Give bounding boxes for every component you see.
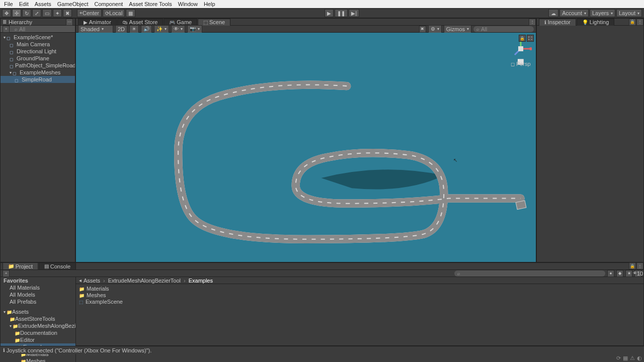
center-panel: ▶ Animator 🛍 Asset Store 🎮 Game ⬚ Scene … xyxy=(75,18,536,262)
projection-label[interactable]: ◻ Persp xyxy=(510,61,532,67)
menu-file[interactable]: File xyxy=(2,1,15,7)
gizmos-dropdown[interactable]: Gizmos xyxy=(444,25,471,33)
hierarchy-search-input[interactable]: All xyxy=(12,26,73,32)
hierarchy-item-examplemeshes[interactable]: ExampleMeshes xyxy=(1,69,75,76)
scene-lock-button[interactable]: 🔒 xyxy=(519,35,526,42)
scene-grid-button[interactable]: ✖ xyxy=(419,26,426,33)
svg-rect-4 xyxy=(518,46,523,51)
project-lock-button[interactable]: 🔒 xyxy=(629,262,636,269)
menu-window[interactable]: Window xyxy=(176,1,200,7)
menu-gameobject[interactable]: GameObject xyxy=(55,1,91,7)
scene-audio-toggle[interactable]: 🔊 xyxy=(141,25,152,33)
hidden-count-button[interactable]: 👁10 xyxy=(634,270,641,277)
crumb-examples[interactable]: Examples xyxy=(189,278,213,284)
filter-fav-button[interactable]: ★ xyxy=(625,270,632,277)
move-tool-button[interactable]: ✢ xyxy=(12,9,21,17)
inspector-lock-button[interactable]: 🔒 xyxy=(629,19,636,26)
hierarchy-add-button[interactable]: + xyxy=(3,26,10,33)
crumb-tool[interactable]: ExtrudeMeshAlongBezierTool xyxy=(108,278,181,284)
hierarchy-tree[interactable]: ExampleScene* Main Camera Directional Li… xyxy=(1,33,75,262)
tab-project[interactable]: 📁 Project xyxy=(3,262,38,269)
filter-type-button[interactable]: ● xyxy=(607,270,614,277)
tab-console[interactable]: ▤ Console xyxy=(39,262,76,269)
game-icon: 🎮 xyxy=(169,20,175,25)
hierarchy-item-camera[interactable]: Main Camera xyxy=(1,41,75,48)
scale-tool-button[interactable]: ⤢ xyxy=(32,9,41,17)
menu-component[interactable]: Component xyxy=(92,1,125,7)
proj-assetstoretools[interactable]: AssetStoreTools xyxy=(1,315,75,322)
proj-extrudetool[interactable]: ExtrudeMeshAlongBezierTool xyxy=(1,322,75,329)
status-icon-1[interactable]: ⟳ xyxy=(616,355,621,361)
scene-control-bar: Shaded 2D ☀ 🔊 ✨ 👁 📷 ✖ ⚙ Gizmos All xyxy=(76,26,536,33)
snap-button[interactable]: ▦ xyxy=(126,9,135,17)
project-breadcrumb[interactable]: ◂ Assets ExtrudeMeshAlongBezierTool Exam… xyxy=(76,277,643,284)
step-button[interactable]: ▶| xyxy=(349,9,359,17)
proj-documentation[interactable]: Documentation xyxy=(1,329,75,336)
tab-animator[interactable]: ▶ Animator xyxy=(78,19,117,26)
status-icon-3[interactable]: ⚠ xyxy=(630,355,635,361)
pause-button[interactable]: ❚❚ xyxy=(335,9,348,17)
hierarchy-scene-root[interactable]: ExampleScene* xyxy=(1,34,75,41)
tab-scene[interactable]: ⬚ Scene xyxy=(198,19,230,26)
tab-lighting[interactable]: 💡 Lighting xyxy=(577,19,614,26)
status-icon-2[interactable]: ▦ xyxy=(623,355,628,361)
shading-dropdown[interactable]: Shaded xyxy=(78,25,113,33)
tab-game[interactable]: 🎮 Game xyxy=(164,19,197,26)
scene-viewport[interactable]: ⬜ ◻ Persp 🔒 ⛶ ↖ xyxy=(76,33,536,262)
hierarchy-item-light[interactable]: Directional Light xyxy=(1,48,75,55)
menu-edit[interactable]: Edit xyxy=(17,1,31,7)
menu-help[interactable]: Help xyxy=(202,1,217,7)
project-add-button[interactable]: + xyxy=(3,270,10,277)
scene-camera-dropdown[interactable]: 📷 xyxy=(187,25,202,33)
status-icon-4[interactable]: ◐ xyxy=(637,355,642,361)
inspector-options-button[interactable]: ⋮ xyxy=(636,19,643,26)
hierarchy-item-pathobject[interactable]: PathObject_SimpleRoad xyxy=(1,62,75,69)
scene-max-button[interactable]: ⛶ xyxy=(527,35,534,42)
svg-point-6 xyxy=(529,47,532,50)
space-toggle-button[interactable]: ⟳Local xyxy=(103,9,125,17)
hierarchy-options-button[interactable]: ⋯ xyxy=(66,19,73,26)
layers-dropdown[interactable]: Layers xyxy=(590,9,615,17)
rect-tool-button[interactable]: ▭ xyxy=(42,9,52,17)
scene-tools-dropdown[interactable]: ⚙ xyxy=(428,25,442,33)
menu-assetstoretools[interactable]: Asset Store Tools xyxy=(127,1,174,7)
pivot-toggle-button[interactable]: ⌖Center xyxy=(77,9,102,17)
custom-tool-button[interactable]: ✖ xyxy=(63,9,72,17)
hand-tool-button[interactable]: ✥ xyxy=(2,9,11,17)
filter-label-button[interactable]: ◆ xyxy=(616,270,623,277)
road-mesh xyxy=(76,33,536,262)
proj-editor[interactable]: Editor xyxy=(1,336,75,343)
hierarchy-item-simpleroad[interactable]: SimpleRoad xyxy=(1,76,75,83)
crumb-assets[interactable]: Assets xyxy=(84,278,100,284)
hierarchy-item-groundplane[interactable]: GroundPlane xyxy=(1,55,75,62)
fav-all-materials[interactable]: All Materials xyxy=(1,284,75,291)
os-menu-bar: File Edit Assets GameObject Component As… xyxy=(0,0,644,8)
scene-light-toggle[interactable]: ☀ xyxy=(129,25,139,33)
project-search-input[interactable] xyxy=(454,270,605,277)
play-button[interactable]: ▶ xyxy=(325,9,334,17)
cloud-button[interactable]: ☁ xyxy=(548,9,558,17)
scene-visibility-dropdown[interactable]: 👁 xyxy=(171,25,185,33)
proj-examples-meshes[interactable]: Meshes xyxy=(1,357,75,362)
rotate-tool-button[interactable]: ↻ xyxy=(22,9,31,17)
folder-icon xyxy=(10,316,15,322)
project-options-button[interactable]: ⋮ xyxy=(636,262,643,269)
project-assets-root[interactable]: Assets xyxy=(1,308,75,315)
content-materials[interactable]: Materials xyxy=(79,285,640,292)
hierarchy-panel: ≣ Hierarchy ⋯ + All ExampleScene* Main C… xyxy=(0,18,75,262)
tab-assetstore[interactable]: 🛍 Asset Store xyxy=(117,19,164,26)
fav-all-models[interactable]: All Models xyxy=(1,291,75,298)
tab-inspector[interactable]: ℹ Inspector xyxy=(539,19,576,26)
scene-search-input[interactable]: All xyxy=(473,26,534,32)
scene-fx-dropdown[interactable]: ✨ xyxy=(154,25,169,33)
transform-tool-button[interactable]: ✦ xyxy=(53,9,62,17)
account-dropdown[interactable]: Account xyxy=(559,9,589,17)
center-options-button[interactable]: ⋮ xyxy=(529,19,536,26)
menu-assets[interactable]: Assets xyxy=(33,1,53,7)
fav-all-prefabs[interactable]: All Prefabs xyxy=(1,298,75,305)
layout-dropdown[interactable]: Layout xyxy=(616,9,642,17)
content-meshes[interactable]: Meshes xyxy=(79,292,640,298)
main-toolbar: ✥ ✢ ↻ ⤢ ▭ ✦ ✖ ⌖Center ⟳Local ▦ ▶ ❚❚ ▶| ☁… xyxy=(0,8,644,18)
2d-toggle[interactable]: 2D xyxy=(115,25,127,33)
content-examplescene[interactable]: ExampleScene xyxy=(79,298,640,305)
